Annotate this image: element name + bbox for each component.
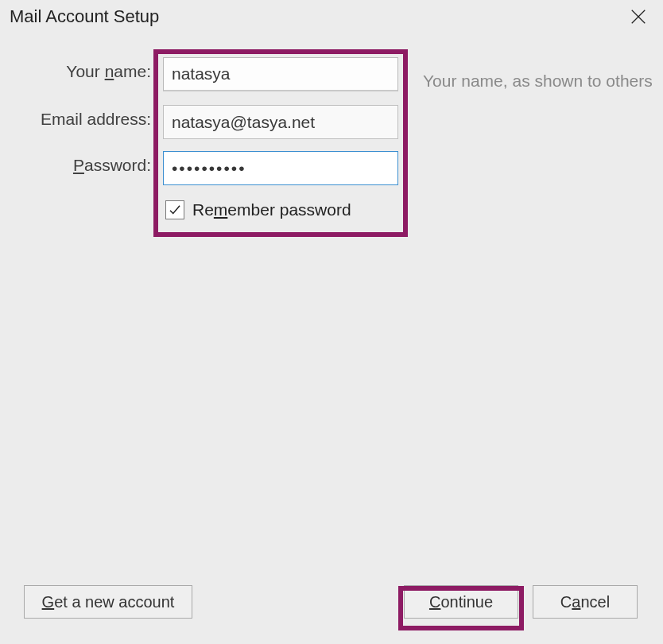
label-password: Password: bbox=[0, 156, 151, 175]
remember-password-label: Remember password bbox=[192, 200, 351, 219]
name-input[interactable] bbox=[163, 57, 398, 91]
close-button[interactable] bbox=[625, 3, 652, 30]
label-email: Email address: bbox=[0, 110, 151, 129]
cancel-button[interactable]: Cancel bbox=[533, 585, 638, 619]
window-title: Mail Account Setup bbox=[10, 6, 159, 27]
email-input[interactable] bbox=[163, 105, 398, 139]
get-new-account-button[interactable]: Get a new account bbox=[24, 585, 192, 619]
password-input[interactable] bbox=[163, 151, 398, 185]
label-your-name: Your name: bbox=[0, 62, 151, 81]
remember-password-checkbox[interactable]: Remember password bbox=[165, 200, 351, 219]
close-icon bbox=[630, 8, 647, 25]
checkbox-box bbox=[165, 200, 184, 219]
button-row: Get a new account Continue Cancel bbox=[0, 585, 663, 625]
name-hint: Your name, as shown to others bbox=[423, 72, 653, 91]
checkmark-icon bbox=[168, 203, 182, 217]
mail-account-setup-window: Mail Account Setup Your name: Your name,… bbox=[0, 0, 663, 644]
continue-button[interactable]: Continue bbox=[404, 585, 518, 619]
